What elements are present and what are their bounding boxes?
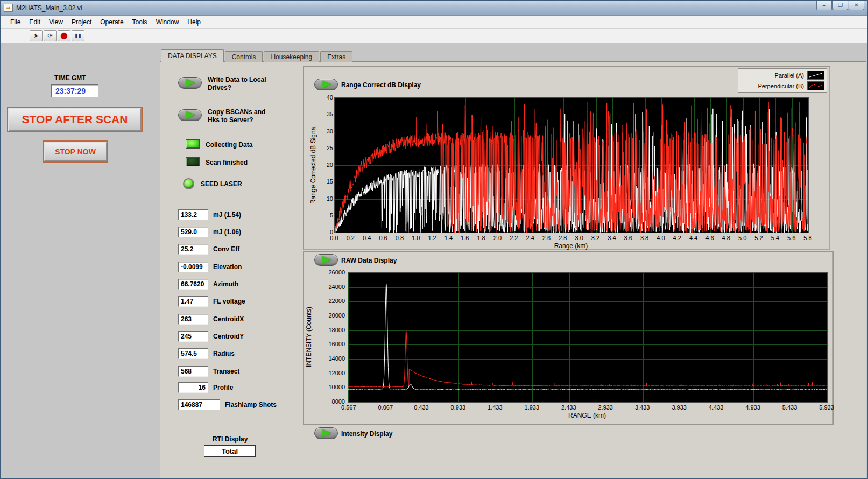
field-elevation: -0.0099 Elevation <box>178 262 242 272</box>
radius-label: Radius <box>213 348 235 357</box>
raw-data-toggle[interactable] <box>314 254 338 266</box>
write-data-toggle[interactable] <box>178 77 202 89</box>
run-icon: ➤ <box>33 32 38 39</box>
x-axis-tick-label: 5.8 <box>792 235 824 241</box>
radius-value[interactable]: 574.5 <box>178 348 208 359</box>
x-axis-tick-label: 0.933 <box>442 404 474 411</box>
tab-data-displays[interactable]: DATA DISPLAYS <box>161 49 224 62</box>
x-axis-tick-label: 0.433 <box>405 404 437 411</box>
flashlamp-shots-value[interactable]: 146887 <box>178 399 220 410</box>
menu-edit[interactable]: Edit <box>25 17 45 27</box>
vi-toolbar: ➤ ⟳ ⬤ ❚❚ <box>1 29 867 43</box>
mj-1-06-value[interactable]: 529.0 <box>178 227 208 237</box>
toggle-arrow-icon <box>186 111 195 119</box>
run-continuous-button[interactable]: ⟳ <box>44 30 57 41</box>
centroid-y-value[interactable]: 245 <box>178 331 208 342</box>
perpendicular-b-line-swatch <box>807 81 824 90</box>
centroid-x-value[interactable]: 263 <box>178 314 208 325</box>
range-correct-db-toggle[interactable] <box>314 79 338 90</box>
y-axis-tick-label: 24000 <box>328 284 345 290</box>
pause-icon: ❚❚ <box>74 33 81 38</box>
y-axis-tick-label: 35 <box>327 111 333 117</box>
tab-extras[interactable]: Extras <box>320 51 352 62</box>
rti-display-select[interactable]: Total <box>204 445 256 457</box>
write-data-label: Write Data to Local Drives? <box>208 76 288 92</box>
x-axis-tick-label: -0.567 <box>331 404 364 411</box>
mj-1-54-label: mJ (1.54) <box>213 209 241 219</box>
abort-button[interactable]: ⬤ <box>58 30 70 41</box>
copy-bscans-label: Copy BSCANs and Hks to Server? <box>208 108 278 124</box>
menu-window[interactable]: Window <box>152 17 184 27</box>
menu-view[interactable]: View <box>45 17 67 27</box>
run-button[interactable]: ➤ <box>30 30 43 41</box>
collecting-data-led <box>186 139 200 149</box>
collecting-data-label: Collecting Data <box>206 141 252 149</box>
flashlamp-shots-label: Flashlamp Shots <box>225 399 277 408</box>
range-correct-db-label: Range Correct dB Display <box>341 81 421 89</box>
legend-parallel-a[interactable]: Parallel (A) <box>740 71 824 80</box>
db-chart-x-ticks: 0.00.20.40.60.81.01.21.41.61.82.02.22.42… <box>334 235 808 242</box>
legend-perpendicular-b[interactable]: Perpendicular (B) <box>740 81 824 90</box>
field-fl-voltage: 1.47 FL voltage <box>178 296 245 307</box>
y-axis-tick-label: 20000 <box>328 312 345 319</box>
field-transect: 568 Transect <box>178 366 239 377</box>
copy-bscans-toggle[interactable] <box>178 109 202 121</box>
menu-tools[interactable]: Tools <box>128 17 152 27</box>
fl-voltage-value[interactable]: 1.47 <box>178 296 208 307</box>
field-radius: 574.5 Radius <box>178 348 235 359</box>
db-chart-y-axis-label: Range Corrected dB Signal <box>308 97 318 232</box>
toggle-arrow-icon <box>322 81 331 88</box>
raw-chart-y-ticks: 8000100001200014000160001800020000220002… <box>319 272 345 401</box>
x-axis-tick-label: 3.433 <box>626 404 659 411</box>
conv-eff-value[interactable]: 25.2 <box>178 244 208 255</box>
y-axis-tick-label: 25 <box>327 145 333 151</box>
minimize-button[interactable]: – <box>816 1 832 10</box>
stop-now-button[interactable]: STOP NOW <box>44 142 107 161</box>
azimuth-label: Azimuth <box>213 279 238 288</box>
raw-intensity-plot <box>348 272 828 403</box>
menu-project[interactable]: Project <box>67 17 96 27</box>
intensity-display-label: Intensity Display <box>341 430 392 438</box>
profile-value[interactable]: 16 <box>178 382 208 393</box>
seed-laser-led <box>183 178 194 189</box>
mj-1-54-value[interactable]: 133.2 <box>178 209 208 220</box>
intensity-display-toggle[interactable] <box>314 427 338 439</box>
x-axis-tick-label: -0.067 <box>368 404 400 411</box>
x-axis-tick-label: 5.433 <box>774 404 806 411</box>
x-axis-tick-label: 1.933 <box>516 404 548 411</box>
tab-controls[interactable]: Controls <box>225 51 263 62</box>
tab-bar: DATA DISPLAYS Controls Housekeeping Extr… <box>161 49 354 62</box>
transect-label: Transect <box>213 366 239 375</box>
y-axis-tick-label: 20 <box>327 161 333 168</box>
close-button[interactable]: ✕ <box>849 1 864 10</box>
azimuth-value[interactable]: 66.7620 <box>178 279 208 290</box>
stop-after-scan-button[interactable]: STOP AFTER SCAN <box>8 108 142 131</box>
centroid-x-label: CentroidX <box>213 314 244 323</box>
y-axis-tick-label: 14000 <box>328 355 345 362</box>
centroid-y-label: CentroidY <box>213 331 244 340</box>
tab-housekeeping[interactable]: Housekeeping <box>264 51 319 62</box>
run-continuous-icon: ⟳ <box>47 32 52 39</box>
y-axis-tick-label: 5 <box>330 212 333 219</box>
x-axis-tick-label: 4.933 <box>737 404 769 411</box>
scan-finished-label: Scan finished <box>206 159 248 166</box>
range-corrected-db-plot <box>334 97 809 233</box>
transect-value[interactable]: 568 <box>178 366 208 377</box>
menu-help[interactable]: Help <box>183 17 205 27</box>
x-axis-tick-label: 1.433 <box>479 404 511 411</box>
elevation-value[interactable]: -0.0099 <box>178 262 208 272</box>
y-axis-tick-label: 30 <box>327 128 333 135</box>
raw-chart-x-axis-label: RANGE (km) <box>348 412 827 419</box>
x-axis-tick-label: 2.433 <box>553 404 585 411</box>
maximize-button[interactable]: ❐ <box>832 1 848 10</box>
rti-display-label: RTI Display <box>213 435 248 443</box>
y-axis-tick-label: 22000 <box>328 298 345 304</box>
field-centroid-y: 245 CentroidY <box>178 331 244 342</box>
time-gmt-label: TIME GMT <box>54 74 86 82</box>
pause-button[interactable]: ❚❚ <box>72 30 84 41</box>
menu-operate[interactable]: Operate <box>96 17 128 27</box>
db-chart-y-ticks: 0510152025303540 <box>318 97 333 232</box>
field-mj-1-54: 133.2 mJ (1.54) <box>178 209 241 220</box>
y-axis-tick-label: 40 <box>327 94 333 101</box>
menu-file[interactable]: File <box>6 17 25 27</box>
